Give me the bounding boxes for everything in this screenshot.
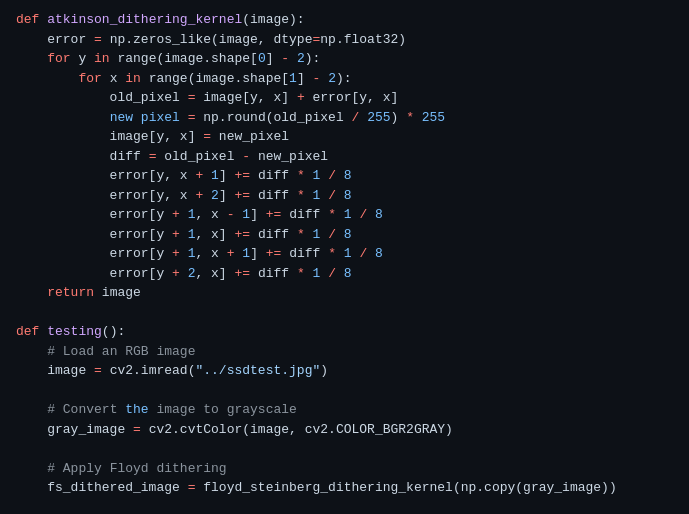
- code-line-17: def testing():: [16, 322, 673, 342]
- code-line-26: [16, 498, 673, 515]
- code-line-23: [16, 439, 673, 459]
- code-line-24: # Apply Floyd dithering: [16, 459, 673, 479]
- code-line-10: error[y, x + 2] += diff * 1 / 8: [16, 186, 673, 206]
- code-line-11: error[y + 1, x - 1] += diff * 1 / 8: [16, 205, 673, 225]
- code-line-21: # Convert the image to grayscale: [16, 400, 673, 420]
- code-line-16: [16, 303, 673, 323]
- code-line-20: [16, 381, 673, 401]
- code-line-4: for x in range(image.shape[1] - 2):: [16, 69, 673, 89]
- code-line-7: image[y, x] = new_pixel: [16, 127, 673, 147]
- code-line-22: gray_image = cv2.cvtColor(image, cv2.COL…: [16, 420, 673, 440]
- code-line-15: return image: [16, 283, 673, 303]
- code-line-3: for y in range(image.shape[0] - 2):: [16, 49, 673, 69]
- code-line-18: # Load an RGB image: [16, 342, 673, 362]
- code-line-14: error[y + 2, x] += diff * 1 / 8: [16, 264, 673, 284]
- code-line-6: new pixel = np.round(old_pixel / 255) * …: [16, 108, 673, 128]
- code-editor: def atkinson_dithering_kernel(image): er…: [0, 0, 689, 514]
- code-line-1: def atkinson_dithering_kernel(image):: [16, 10, 673, 30]
- code-line-2: error = np.zeros_like(image, dtype=np.fl…: [16, 30, 673, 50]
- code-line-5: old_pixel = image[y, x] + error[y, x]: [16, 88, 673, 108]
- code-line-19: image = cv2.imread("../ssdtest.jpg"): [16, 361, 673, 381]
- code-line-12: error[y + 1, x] += diff * 1 / 8: [16, 225, 673, 245]
- code-line-25: fs_dithered_image = floyd_steinberg_dith…: [16, 478, 673, 498]
- code-line-8: diff = old_pixel - new_pixel: [16, 147, 673, 167]
- code-line-13: error[y + 1, x + 1] += diff * 1 / 8: [16, 244, 673, 264]
- code-line-9: error[y, x + 1] += diff * 1 / 8: [16, 166, 673, 186]
